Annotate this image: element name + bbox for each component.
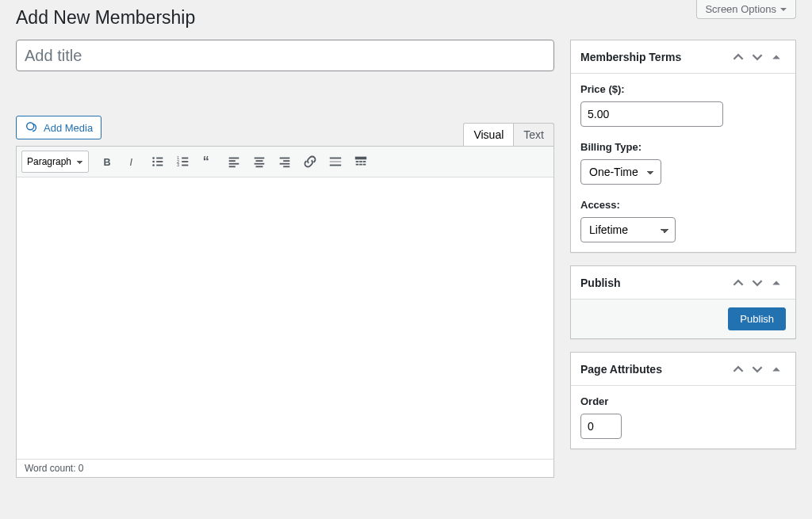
move-down-button[interactable] <box>748 360 767 379</box>
blockquote-button[interactable]: “ <box>197 150 220 174</box>
format-select[interactable]: Paragraph <box>21 151 89 173</box>
editor-tabs: Visual Text <box>463 123 554 146</box>
svg-text:“: “ <box>203 155 209 168</box>
move-down-button[interactable] <box>748 48 767 67</box>
svg-rect-6 <box>156 161 163 162</box>
publish-box: Publish Publish <box>570 265 796 339</box>
word-count-value: 0 <box>79 463 84 474</box>
svg-rect-10 <box>182 158 188 159</box>
svg-rect-28 <box>330 158 341 159</box>
svg-rect-14 <box>182 165 188 166</box>
add-media-button[interactable]: Add Media <box>16 116 102 139</box>
membership-terms-box: Membership Terms Price ($): Billing Type… <box>570 40 796 253</box>
tab-text[interactable]: Text <box>513 123 554 146</box>
svg-rect-23 <box>256 166 263 167</box>
svg-rect-33 <box>359 161 362 162</box>
price-label: Price ($): <box>580 83 786 95</box>
word-count-label: Word count: <box>25 463 79 474</box>
svg-rect-24 <box>280 158 290 159</box>
screen-options-label: Screen Options <box>705 3 776 15</box>
toggle-panel-button[interactable] <box>767 48 786 67</box>
svg-rect-8 <box>156 165 163 166</box>
svg-point-3 <box>152 157 155 159</box>
editor-content-area[interactable] <box>17 177 553 459</box>
price-input[interactable] <box>580 101 723 127</box>
svg-rect-17 <box>229 160 236 162</box>
numbered-list-button[interactable]: 123 <box>171 150 195 174</box>
italic-button[interactable]: I <box>121 150 144 174</box>
svg-rect-12 <box>182 161 188 162</box>
add-media-label: Add Media <box>44 122 93 134</box>
tab-visual[interactable]: Visual <box>463 123 513 146</box>
svg-rect-32 <box>356 161 359 162</box>
billing-type-select[interactable]: One-Time <box>580 159 661 185</box>
svg-point-5 <box>152 161 155 163</box>
page-attributes-box: Page Attributes Order <box>570 352 796 449</box>
svg-text:I: I <box>129 157 132 168</box>
svg-rect-4 <box>156 158 163 159</box>
svg-text:B: B <box>104 157 111 168</box>
move-up-button[interactable] <box>729 48 748 67</box>
svg-rect-26 <box>280 163 290 165</box>
svg-rect-20 <box>255 158 265 159</box>
toggle-panel-button[interactable] <box>767 273 786 292</box>
toggle-panel-button[interactable] <box>767 360 786 379</box>
wysiwyg-editor: Paragraph B I 123 “ <box>16 146 554 478</box>
screen-options-tab[interactable]: Screen Options <box>696 0 796 19</box>
publish-button[interactable]: Publish <box>728 307 786 330</box>
svg-rect-21 <box>256 160 263 162</box>
svg-rect-18 <box>229 163 239 165</box>
svg-rect-34 <box>363 161 366 162</box>
access-select[interactable]: Lifetime <box>580 217 676 242</box>
svg-rect-25 <box>283 160 289 162</box>
svg-rect-31 <box>355 157 366 160</box>
bullet-list-button[interactable] <box>146 150 170 174</box>
billing-type-label: Billing Type: <box>580 141 786 153</box>
svg-rect-19 <box>229 166 236 167</box>
link-button[interactable] <box>298 150 322 174</box>
access-label: Access: <box>580 199 786 211</box>
membership-terms-title: Membership Terms <box>580 51 681 63</box>
svg-rect-35 <box>356 164 359 166</box>
bold-button[interactable]: B <box>95 150 119 174</box>
svg-point-7 <box>152 164 155 166</box>
post-title-input[interactable] <box>16 40 554 71</box>
read-more-button[interactable] <box>324 150 347 174</box>
publish-box-title: Publish <box>580 277 621 289</box>
move-up-button[interactable] <box>729 273 748 292</box>
move-up-button[interactable] <box>729 360 748 379</box>
align-center-button[interactable] <box>247 150 271 174</box>
align-left-button[interactable] <box>222 150 246 174</box>
caret-down-icon <box>779 6 787 13</box>
svg-rect-27 <box>283 166 289 167</box>
svg-rect-36 <box>359 164 362 166</box>
move-down-button[interactable] <box>748 273 767 292</box>
svg-rect-22 <box>255 163 265 165</box>
page-title: Add New Membership <box>16 0 796 32</box>
editor-toolbar: Paragraph B I 123 “ <box>17 147 553 177</box>
editor-status-bar: Word count: 0 <box>17 459 553 477</box>
align-right-button[interactable] <box>273 150 297 174</box>
toolbar-toggle-button[interactable] <box>349 150 373 174</box>
order-input[interactable] <box>580 414 622 439</box>
media-icon <box>25 120 39 135</box>
order-label: Order <box>580 395 786 407</box>
svg-rect-29 <box>330 161 341 162</box>
svg-rect-37 <box>363 164 366 166</box>
page-attributes-title: Page Attributes <box>580 363 662 376</box>
svg-rect-30 <box>330 165 341 166</box>
svg-text:3: 3 <box>177 162 179 167</box>
svg-rect-16 <box>229 158 239 159</box>
